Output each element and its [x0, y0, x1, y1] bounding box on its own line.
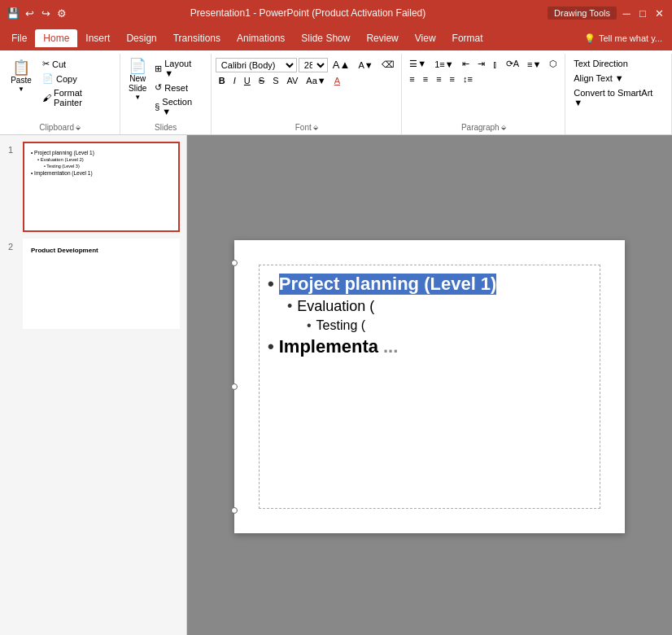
bullet-text-2: Evaluation (: [297, 298, 374, 315]
slides-content: 📄 New Slide ▼ ⊞ Layout ▼ ↺ Reset § Secti…: [125, 54, 206, 121]
new-slide-button[interactable]: 📄 New Slide ▼: [125, 57, 150, 103]
section-icon: §: [155, 102, 159, 112]
convert-smartart-ribbon[interactable]: Convert to SmartArt ▼: [570, 86, 666, 109]
columns-button[interactable]: ⫿: [490, 58, 501, 71]
slide-thumbnail-2[interactable]: Product Development: [23, 239, 180, 329]
title-bar: 💾 ↩ ↪ ⚙ Presentation1 - PowerPoint (Prod…: [0, 0, 672, 26]
justify-button[interactable]: ≡: [447, 72, 458, 85]
paste-button[interactable]: 📋 Paste ▼: [5, 57, 37, 96]
underline-button[interactable]: U: [241, 74, 254, 87]
text-direction-btn2[interactable]: Text Direction: [570, 57, 631, 70]
increase-font-button[interactable]: A▲: [329, 57, 354, 72]
slide-panel: 1 • Project planning (Level 1) • Evaluat…: [0, 135, 187, 635]
slide-thumbnail-container-2: 2 Product Development: [23, 239, 180, 329]
customize-icon[interactable]: ⚙: [55, 7, 68, 20]
paragraph-content: ☰▼ 1≡▼ ⇤ ⇥ ⫿ ⟳A ≡▼ ⬡ ≡ ≡ ≡ ≡ ↕≡: [406, 54, 561, 121]
menu-bar: File Home Insert Design Transitions Anim…: [0, 26, 672, 50]
reset-button[interactable]: ↺ Reset: [151, 81, 206, 94]
increase-indent-button[interactable]: ⇥: [474, 57, 488, 71]
handle-left-bottom[interactable]: [231, 507, 238, 514]
tell-me-text[interactable]: Tell me what y...: [599, 33, 662, 43]
slide-thumbnail-1[interactable]: • Project planning (Level 1) • Evaluatio…: [23, 142, 180, 232]
menu-slideshow[interactable]: Slide Show: [293, 29, 358, 47]
reset-icon: ↺: [155, 82, 162, 93]
menu-view[interactable]: View: [407, 29, 444, 47]
align-right-button[interactable]: ≡: [433, 72, 444, 85]
font-row1: Calibri (Body) 28 A▲ A▼ ⌫: [216, 57, 398, 72]
quick-access-toolbar[interactable]: 💾 ↩ ↪ ⚙: [7, 7, 68, 20]
line-spacing-button[interactable]: ↕≡: [460, 72, 476, 85]
bullets-button[interactable]: ☰▼: [406, 57, 430, 71]
slide-canvas[interactable]: Project planning (Level 1) Evaluation ( …: [234, 240, 625, 533]
restore-icon[interactable]: □: [636, 7, 649, 20]
italic-button[interactable]: I: [230, 74, 239, 87]
menu-insert[interactable]: Insert: [77, 29, 118, 47]
lightbulb-icon: 💡: [584, 33, 596, 44]
char-spacing-button[interactable]: AV: [284, 74, 302, 87]
font-color-button[interactable]: A: [331, 74, 343, 87]
close-icon[interactable]: ✕: [652, 7, 665, 20]
clipboard-content: 📋 Paste ▼ ✂ Cut 📄 Copy 🖌 Format Painter: [5, 54, 115, 121]
copy-icon: 📄: [42, 73, 54, 84]
paragraph-expand-icon[interactable]: ⬙: [501, 124, 506, 131]
font-label: Font ⬙: [216, 121, 396, 134]
smartart-button[interactable]: ⬡: [546, 57, 561, 71]
textdir-label: [570, 130, 666, 134]
cut-button[interactable]: ✂ Cut: [39, 57, 115, 71]
change-case-button[interactable]: Aa▼: [303, 74, 329, 87]
new-slide-arrow[interactable]: ▼: [134, 94, 141, 101]
section-button[interactable]: § Section ▼: [151, 95, 206, 118]
decrease-indent-button[interactable]: ⇤: [459, 57, 473, 71]
textdir-content: Text Direction Align Text ▼ Convert to S…: [570, 54, 666, 130]
font-size-select[interactable]: 28: [299, 58, 328, 72]
handle-left-mid[interactable]: [231, 383, 238, 390]
shadow-button[interactable]: S: [269, 74, 281, 87]
redo-icon[interactable]: ↪: [39, 7, 52, 20]
align-center-button[interactable]: ≡: [420, 72, 431, 85]
layout-button[interactable]: ⊞ Layout ▼: [151, 57, 206, 80]
bold-button[interactable]: B: [216, 74, 229, 87]
menu-review[interactable]: Review: [358, 29, 406, 47]
align-text-button[interactable]: ≡▼: [524, 58, 544, 71]
save-icon[interactable]: 💾: [7, 7, 20, 20]
menu-file[interactable]: File: [3, 29, 35, 47]
bullet-text-selected: Project planning (Level 1): [279, 274, 497, 295]
menu-transitions[interactable]: Transitions: [165, 29, 229, 47]
menu-design[interactable]: Design: [118, 29, 164, 47]
slides-secondary: ⊞ Layout ▼ ↺ Reset § Section ▼: [151, 57, 206, 118]
ribbon-group-clipboard: 📋 Paste ▼ ✂ Cut 📄 Copy 🖌 Format Painter: [0, 54, 120, 134]
clipboard-label: Clipboard ⬙: [5, 121, 115, 134]
menu-animations[interactable]: Animations: [229, 29, 293, 47]
slide-content-box[interactable]: Project planning (Level 1) Evaluation ( …: [259, 265, 600, 509]
align-left-button[interactable]: ≡: [406, 72, 417, 85]
menu-format[interactable]: Format: [444, 29, 491, 47]
format-painter-button[interactable]: 🖌 Format Painter: [39, 86, 115, 109]
new-slide-icon: 📄: [129, 59, 146, 73]
undo-icon[interactable]: ↩: [23, 7, 36, 20]
bullet-text-4: Implementa: [279, 336, 378, 357]
minimize-icon[interactable]: ─: [620, 7, 633, 20]
para-row2: ≡ ≡ ≡ ≡ ↕≡: [406, 72, 476, 85]
align-text-btn2[interactable]: Align Text ▼: [570, 72, 626, 85]
clipboard-expand-icon[interactable]: ⬙: [76, 124, 81, 131]
bullet-item-3: Testing (: [307, 318, 591, 333]
copy-button[interactable]: 📄 Copy: [39, 72, 115, 85]
slide-bullet-list: Project planning (Level 1) Evaluation ( …: [260, 265, 600, 369]
ribbon-group-font: Calibri (Body) 28 A▲ A▼ ⌫ B I U S S AV A…: [212, 54, 402, 134]
slide-num-1: 1: [8, 145, 13, 155]
menu-home[interactable]: Home: [35, 29, 77, 47]
handle-left-top[interactable]: [231, 260, 238, 266]
numbering-button[interactable]: 1≡▼: [431, 58, 456, 71]
paragraph-label: Paragraph ⬙: [407, 121, 560, 134]
strikethrough-button[interactable]: S: [255, 74, 268, 87]
font-expand-icon[interactable]: ⬙: [313, 124, 318, 131]
text-direction-button[interactable]: ⟳A: [503, 57, 522, 71]
format-painter-icon: 🖌: [42, 93, 51, 103]
paste-dropdown-arrow[interactable]: ▼: [18, 85, 24, 93]
layout-icon: ⊞: [155, 64, 162, 74]
decrease-font-button[interactable]: A▼: [355, 59, 376, 72]
clear-format-button[interactable]: ⌫: [378, 58, 398, 72]
font-family-select[interactable]: Calibri (Body): [216, 58, 297, 72]
clipboard-secondary: ✂ Cut 📄 Copy 🖌 Format Painter: [39, 57, 115, 109]
bullet-item-4: Implementa...: [268, 336, 591, 357]
